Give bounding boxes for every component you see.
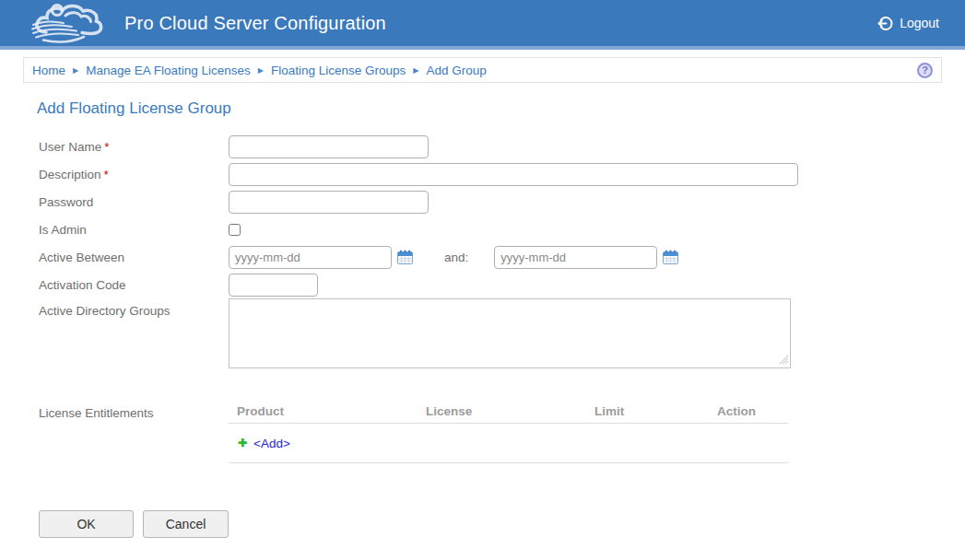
app-header: Pro Cloud Server Configuration Logout xyxy=(0,0,965,46)
column-header-limit: Limit xyxy=(586,404,709,418)
breadcrumb-home[interactable]: Home xyxy=(32,64,65,77)
table-header-row: Product License Limit Action xyxy=(229,399,788,424)
form-row-activation-code: Activation Code xyxy=(39,271,965,298)
user-name-input[interactable] xyxy=(229,135,429,158)
license-entitlements-section: License Entitlements Product License Lim… xyxy=(39,399,965,463)
logout-button[interactable]: Logout xyxy=(877,16,939,31)
license-entitlements-table: Product License Limit Action ✚ <Add> xyxy=(229,399,788,463)
active-directory-groups-label: Active Directory Groups xyxy=(39,298,229,318)
breadcrumb-add-group[interactable]: Add Group xyxy=(426,64,486,77)
activation-code-label: Activation Code xyxy=(39,278,229,292)
is-admin-checkbox[interactable] xyxy=(229,224,241,236)
ok-button[interactable]: OK xyxy=(39,510,134,538)
activation-code-input[interactable] xyxy=(229,274,318,297)
active-between-start-input[interactable] xyxy=(229,246,392,269)
column-header-product: Product xyxy=(229,404,418,418)
app-title: Pro Cloud Server Configuration xyxy=(124,13,386,34)
active-directory-groups-textarea[interactable] xyxy=(229,298,791,368)
breadcrumb-separator-icon: ▶ xyxy=(73,66,78,75)
plus-icon: ✚ xyxy=(238,438,247,449)
breadcrumb-floating-license-groups[interactable]: Floating License Groups xyxy=(271,64,406,77)
logout-icon xyxy=(877,16,893,31)
form-row-is-admin: Is Admin xyxy=(39,216,965,243)
add-entitlement-row: ✚ <Add> xyxy=(229,424,788,463)
add-entitlement-link[interactable]: <Add> xyxy=(253,437,290,450)
is-admin-label: Is Admin xyxy=(39,223,229,237)
and-label: and: xyxy=(444,251,468,264)
description-input[interactable] xyxy=(229,163,798,186)
form-row-user-name: User Name* xyxy=(39,133,965,160)
password-label: Password xyxy=(39,195,229,209)
column-header-action: Action xyxy=(709,404,788,418)
active-between-label: Active Between xyxy=(39,251,229,264)
password-input[interactable] xyxy=(229,191,429,214)
cancel-button[interactable]: Cancel xyxy=(143,510,229,538)
header-accent-strip xyxy=(0,46,965,50)
form-row-password: Password xyxy=(39,188,965,216)
user-name-label-text: User Name xyxy=(39,140,101,154)
license-entitlements-label: License Entitlements xyxy=(39,399,229,420)
breadcrumb-separator-icon: ▶ xyxy=(413,66,418,75)
form-row-active-between: Active Between and: xyxy=(39,243,965,271)
user-name-label: User Name* xyxy=(39,140,229,154)
form-actions: OK Cancel xyxy=(39,510,965,538)
calendar-icon[interactable] xyxy=(397,250,413,264)
breadcrumb-manage-ea-floating-licenses[interactable]: Manage EA Floating Licenses xyxy=(86,64,251,77)
page-title: Add Floating License Group xyxy=(37,99,965,118)
add-group-form: User Name* Description* Password Is Admi… xyxy=(39,133,965,463)
required-asterisk: * xyxy=(104,168,109,181)
form-row-description: Description* xyxy=(39,160,965,188)
column-header-license: License xyxy=(418,404,586,418)
breadcrumb: Home ▶ Manage EA Floating Licenses ▶ Flo… xyxy=(23,57,942,83)
description-label: Description* xyxy=(39,168,229,181)
calendar-icon[interactable] xyxy=(663,250,678,264)
help-icon[interactable]: ? xyxy=(917,63,933,78)
active-directory-groups-wrapper xyxy=(229,298,791,368)
logout-label: Logout xyxy=(900,16,939,30)
form-row-active-directory-groups: Active Directory Groups xyxy=(39,298,965,368)
breadcrumb-separator-icon: ▶ xyxy=(258,66,264,75)
required-asterisk: * xyxy=(104,140,109,154)
description-label-text: Description xyxy=(39,168,101,181)
cloud-logo-icon xyxy=(30,2,106,44)
active-between-end-input[interactable] xyxy=(494,246,657,269)
